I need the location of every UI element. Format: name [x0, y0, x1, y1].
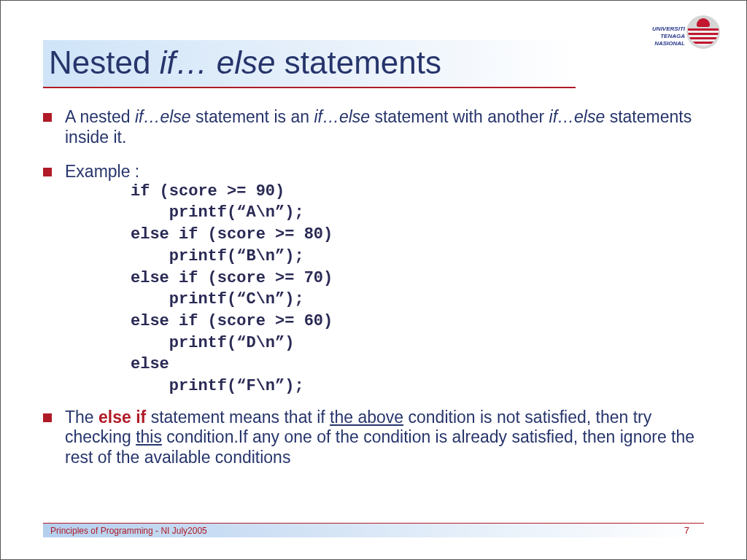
page-number: 7: [684, 525, 689, 536]
bullet-icon: [43, 113, 52, 122]
slide: UNIVERSITI TENAGA NASIONAL Nested if… el…: [1, 1, 746, 559]
code-example: if (score >= 90) printf(“A\n”); else if …: [131, 181, 704, 397]
logo-line3: NASIONAL: [652, 40, 685, 47]
bullet-3: The else if statement means that if the …: [43, 408, 704, 468]
bullet-1: A nested if…else statement is an if…else…: [43, 107, 704, 147]
university-logo: UNIVERSITI TENAGA NASIONAL: [625, 15, 720, 55]
title-part1: Nested: [49, 44, 160, 80]
footer-text: Principles of Programming - NI July2005: [50, 526, 207, 536]
footer-bar: Principles of Programming - NI July2005 …: [43, 523, 704, 537]
bullet-3-text: The else if statement means that if the …: [65, 408, 704, 468]
bullet-2-text: Example :: [65, 162, 704, 182]
logo-line2: TENAGA: [652, 33, 685, 40]
title-part2: if… else: [160, 44, 276, 80]
title-area: Nested if… else statements: [43, 40, 576, 88]
logo-emblem: [686, 15, 720, 49]
bullet-1-text: A nested if…else statement is an if…else…: [65, 107, 704, 147]
logo-line1: UNIVERSITI: [652, 26, 685, 33]
title-part3: statements: [276, 44, 441, 80]
slide-title: Nested if… else statements: [49, 44, 441, 80]
bullet-icon: [43, 168, 52, 176]
logo-text: UNIVERSITI TENAGA NASIONAL: [652, 26, 685, 47]
bullet-2: Example :: [43, 162, 704, 182]
content-area: A nested if…else statement is an if…else…: [43, 107, 704, 467]
bullet-icon: [43, 413, 52, 422]
